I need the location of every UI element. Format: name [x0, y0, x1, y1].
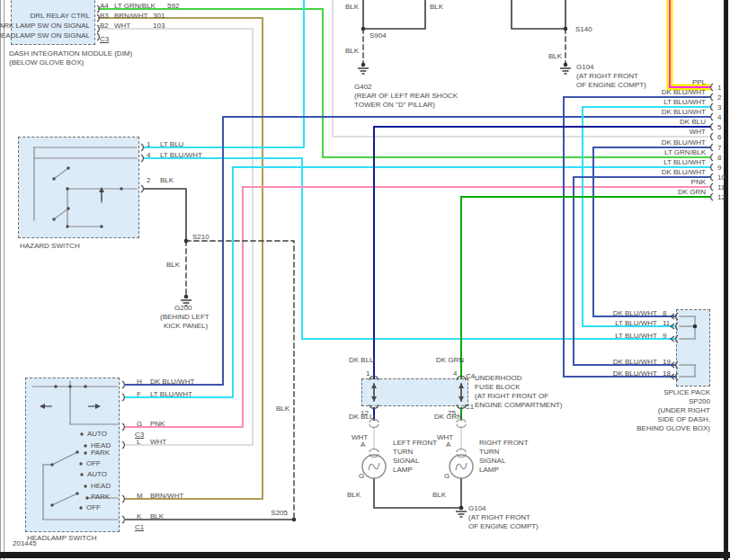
diagram-label: C4: [466, 372, 475, 380]
diagram-label: K: [137, 512, 141, 520]
diagram-label: HEADLAMP SW ON SIGNAL: [0, 31, 90, 40]
diagram-label: WHT: [690, 128, 706, 136]
diagram-label: BLK: [276, 404, 289, 413]
diagram-label: (REAR OF LEFT REAR SHOCK: [354, 92, 458, 100]
diagram-label: DK BLU/WHT: [662, 168, 706, 176]
diagram-label: 1: [147, 140, 150, 148]
diagram-label: 6: [717, 133, 721, 141]
diagram-label: SIDE OF DASH,: [657, 415, 710, 423]
diagram-label: DK GRN: [678, 188, 706, 196]
label-layer: DRL RELAY CTRLPARK LAMP SW ON SIGNALHEAD…: [0, 0, 730, 560]
diagram-label: OFF: [86, 503, 101, 511]
diagram-label: BEHIND GLOVE BOX): [637, 424, 710, 432]
diagram-label: 3: [717, 103, 721, 111]
diagram-label: DK BLU/WHT: [662, 88, 706, 96]
diagram-label: B2: [100, 22, 109, 30]
diagram-label: DK BLU/WHT: [613, 309, 657, 317]
diagram-label: 10: [717, 173, 726, 182]
diagram-label: OF ENGINE COMPT): [576, 81, 646, 89]
diagram-label: BRN/WHT: [114, 12, 147, 20]
diagram-label: PARK: [91, 449, 110, 457]
diagram-label: SIGNAL: [479, 457, 505, 465]
figure-number: 201445: [13, 539, 37, 547]
diagram-label: SIGNAL: [393, 457, 419, 465]
diagram-label: (AT RIGHT FRONT OF: [475, 392, 548, 400]
diagram-label: BLK: [166, 261, 180, 269]
diagram-label: 7: [717, 144, 721, 152]
diagram-label: M: [137, 492, 143, 500]
diagram-label: SPLICE PACK: [663, 388, 710, 396]
diagram-label: DK BLU/WHT: [613, 369, 657, 378]
diagram-label: H: [137, 378, 142, 386]
diagram-label: LT GRN/BLK: [114, 2, 156, 10]
diagram-label: FUSE BLOCK: [475, 383, 521, 391]
diagram-label: HAZARD SWITCH: [20, 242, 80, 250]
diagram-label: 4: [147, 151, 150, 159]
diagram-label: LT BLU/WHT: [663, 98, 706, 106]
diagram-label: RIGHT FRONT: [479, 439, 529, 447]
diagram-label: G104: [468, 504, 486, 512]
diagram-label: 2: [717, 93, 721, 102]
diagram-label: 1: [717, 84, 721, 92]
diagram-label: 9: [663, 332, 666, 340]
diagram-label: DASH INTEGRATION MODULE (DIM): [9, 49, 132, 58]
diagram-label: LT BLU/WHT: [160, 151, 202, 159]
diagram-label: A: [446, 440, 450, 449]
diagram-label: UNDERHOOD: [475, 374, 521, 382]
diagram-label: AUTO: [87, 430, 107, 438]
diagram-label: 9: [717, 164, 721, 172]
diagram-label: BLK: [430, 3, 443, 11]
wiring-diagram-canvas: DRL RELAY CTRLPARK LAMP SW ON SIGNALHEAD…: [0, 0, 730, 560]
diagram-label: DK BLU/WHT: [662, 108, 706, 116]
diagram-label: DK BLU/WHT: [662, 138, 706, 147]
diagram-label: S140: [575, 25, 592, 33]
diagram-label: DK GRN: [434, 413, 462, 421]
diagram-label: (AT RIGHT FRONT: [468, 513, 530, 521]
diagram-label: LAMP: [393, 466, 413, 474]
diagram-label: F: [137, 390, 141, 398]
diagram-label: 1: [366, 369, 369, 378]
diagram-label: OF ENGINE COMPT): [468, 522, 539, 530]
diagram-label: TURN: [393, 448, 413, 456]
diagram-label: G402: [354, 83, 372, 91]
diagram-label: LT BLU/WHT: [615, 319, 657, 327]
diagram-label: BLK: [548, 52, 562, 60]
diagram-label: PNK: [691, 178, 706, 186]
diagram-label: (UNDER RIGHT: [658, 406, 710, 414]
diagram-label: 19: [663, 358, 671, 366]
diagram-label: 8: [663, 309, 666, 317]
diagram-label: 11: [717, 183, 725, 191]
diagram-label: OFF: [86, 459, 101, 467]
diagram-label: S904: [369, 31, 387, 40]
diagram-label: (AT RIGHT FRONT: [576, 72, 638, 80]
diagram-label: HEAD: [91, 482, 111, 490]
diagram-label: LT GRN/BLK: [664, 148, 706, 156]
diagram-label: LT BLU: [160, 140, 183, 148]
diagram-label: (BELOW GLOVE BOX): [9, 58, 84, 67]
diagram-label: BLK: [150, 512, 164, 520]
diagram-label: 592: [167, 2, 179, 10]
diagram-label: 4: [453, 369, 457, 378]
diagram-label: (BEHIND LEFT: [160, 313, 209, 321]
diagram-label: BLK: [432, 491, 446, 499]
diagram-label: LT BLU/WHT: [150, 390, 192, 398]
diagram-label: LT BLU/WHT: [663, 158, 706, 166]
diagram-label: 5: [717, 123, 721, 131]
diagram-label: WHT: [150, 438, 166, 446]
diagram-label: BLK: [345, 47, 359, 55]
diagram-label: PARK: [91, 493, 110, 501]
diagram-label: C1: [135, 523, 144, 531]
diagram-label: TURN: [479, 448, 499, 456]
diagram-label: LAMP: [479, 466, 499, 474]
diagram-label: DK BLU: [349, 356, 375, 364]
diagram-label: C1: [465, 403, 474, 411]
diagram-label: BLK: [345, 3, 359, 11]
diagram-label: S205: [271, 509, 288, 517]
diagram-label: 301: [153, 12, 165, 20]
diagram-label: G104: [576, 63, 594, 71]
diagram-label: G: [359, 472, 364, 480]
diagram-label: LT BLU/WHT: [615, 332, 657, 340]
diagram-label: DRL RELAY CTRL: [30, 12, 90, 20]
diagram-label: LEFT FRONT: [393, 439, 437, 447]
diagram-label: TOWER ON "D" PILLAR): [354, 101, 435, 109]
